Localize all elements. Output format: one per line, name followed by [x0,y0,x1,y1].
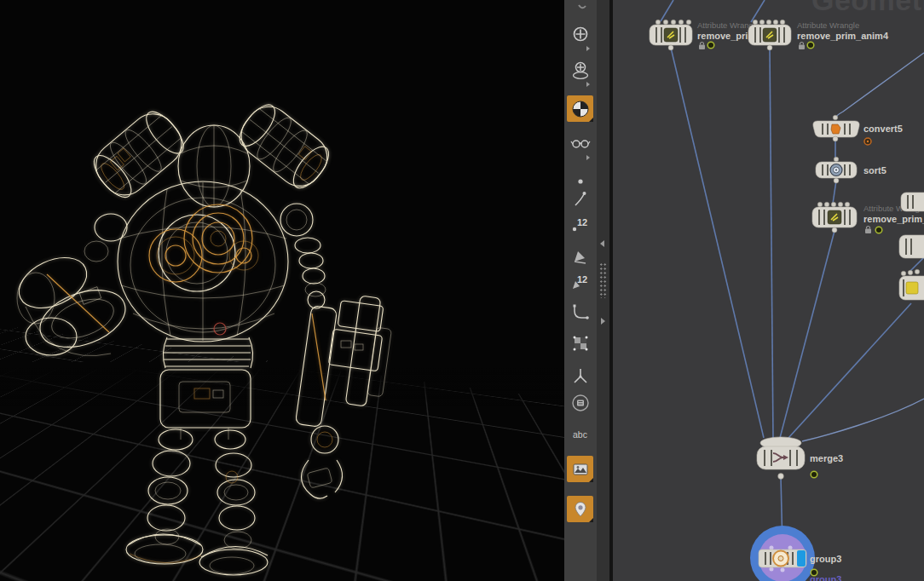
svg-text:Attribute Wrangle: Attribute Wrangle [797,20,859,30]
partial-top-icon[interactable] [569,0,592,17]
node-partial-bottom[interactable] [899,269,924,300]
group-icon [773,551,788,567]
point-numbers-icon[interactable]: 12 [569,213,592,235]
submenu-caret-icon[interactable] [586,46,590,51]
panel-splitter[interactable] [597,0,609,581]
wire-wrangle2-merge3[interactable] [770,48,773,438]
svg-text:remove_pri: remove_pri [697,31,748,41]
visibility-glasses-icon[interactable] [569,132,592,154]
group-list-icon[interactable] [569,392,592,414]
wire-wrangle1-merge3[interactable] [671,48,764,438]
profile-curve-icon[interactable] [569,302,592,324]
lock-badge-icon [699,43,705,50]
node-graph: Attribute Wrangle remove_pri [613,0,924,581]
collapse-left-arrow-icon[interactable] [600,240,604,247]
wire-right-merge3[interactable] [802,399,924,441]
node-partial-top[interactable] [901,193,924,211]
node-convert5[interactable]: convert5 [813,115,903,145]
sort-icon [830,164,842,176]
svg-text:convert5: convert5 [863,124,903,134]
convert-icon [831,124,840,134]
svg-text:abc: abc [573,429,587,440]
point-trail-icon[interactable] [569,187,592,210]
svg-text:sort5: sort5 [863,165,886,175]
display-flag[interactable] [797,550,806,567]
prim-marker-icon[interactable] [569,245,592,267]
group-icon [906,282,918,294]
node-group3[interactable]: group3 group3 [750,526,841,581]
prim-numbers-icon[interactable]: 12 [569,271,592,293]
node-info-sublabel: group3 [810,574,841,581]
background-image-icon[interactable] [567,456,593,482]
normals-icon[interactable] [569,365,592,387]
flag-ring-badge-icon[interactable] [811,471,817,478]
scene-viewport-3d[interactable] [0,0,564,581]
flag-ring-badge-icon[interactable] [807,42,814,49]
robot-wireframe-model [0,0,564,581]
wire-into-wrangle1[interactable] [661,0,673,21]
node-remove_pri[interactable]: Attribute Wrangle remove_pri [650,20,759,50]
view-pivot-icon[interactable] [569,24,592,46]
application-window: 12 12 abc [0,0,924,581]
splitter-grip[interactable] [599,262,607,298]
wire-into-convert5[interactable] [835,53,924,118]
svg-text:remove_prim_: remove_prim_ [863,214,924,224]
submenu-caret-icon[interactable] [586,155,590,160]
wrangle-icon [763,28,777,42]
orange-ring-dot [867,141,869,142]
network-path-watermark: Geometry [811,0,924,17]
svg-text:12: 12 [577,274,587,285]
svg-text:12: 12 [577,217,587,227]
wire-into-partial-node[interactable] [910,257,924,271]
lock-badge-icon [865,227,871,234]
wire-partial-merge3[interactable] [788,303,911,438]
submenu-caret-icon[interactable] [586,82,590,87]
shaded-display-icon[interactable] [567,95,593,122]
svg-text:group3: group3 [810,554,841,564]
text-labels-icon[interactable]: abc [569,424,592,446]
flag-ring-badge-icon[interactable] [875,227,882,233]
expand-right-arrow-icon[interactable] [601,318,605,325]
snap-pin-icon[interactable] [567,496,593,522]
network-editor[interactable]: Geometry [613,0,924,581]
lock-badge-icon [799,43,805,50]
wire-sort5-wrangle3[interactable] [833,181,836,204]
svg-text:merge3: merge3 [810,453,843,463]
wrangle-icon [828,210,841,224]
node-remove_prim_anim4[interactable]: Attribute Wrangle remove_prim_anim4 [748,20,889,50]
flag-ring-badge-icon[interactable] [707,42,714,49]
display-options-toolbar: 12 12 abc [564,0,599,581]
node-merge3[interactable]: merge3 [757,437,843,479]
frame-pivot-icon[interactable] [569,60,592,82]
node-partial-middle[interactable] [899,235,924,258]
wire-into-wrangle2[interactable] [751,0,765,22]
wire-wrangle3-merge3[interactable] [780,231,834,438]
template-checker-icon[interactable] [569,332,592,354]
node-sort5[interactable]: sort5 [816,157,886,183]
wrangle-icon [664,28,678,42]
svg-text:remove_prim_anim4: remove_prim_anim4 [797,31,889,41]
